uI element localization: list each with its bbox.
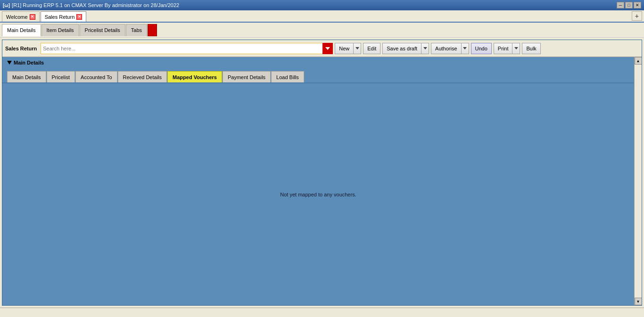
new-button[interactable]: New (335, 43, 354, 54)
save-as-draft-dropdown-button[interactable] (421, 43, 429, 54)
close-button[interactable]: ✕ (634, 2, 641, 8)
tab-sales-return-label: Sales Return (45, 14, 75, 20)
title-bar-left: [ω] [R1] Running ERP 5.1 on CMAX Server … (3, 2, 179, 8)
new-button-group: New (335, 43, 361, 54)
inner-window: Sales Return New Edit (2, 40, 642, 306)
sub-tab-mapped-vouchers[interactable]: Mapped Vouchers (167, 71, 222, 82)
restore-button[interactable]: □ (625, 2, 633, 8)
undo-button[interactable]: Undo (471, 43, 492, 54)
print-dropdown-arrow-icon (514, 47, 518, 49)
print-button-group: Print (494, 43, 520, 54)
main-content: Sales Return New Edit (0, 38, 644, 308)
new-dropdown-button[interactable] (354, 43, 361, 54)
panel-tab-tabs[interactable]: Tabs (126, 24, 147, 36)
save-draft-dropdown-arrow-icon (423, 47, 427, 49)
tab-sales-return[interactable]: Sales Return ✕ (41, 11, 87, 22)
title-bar: [ω] [R1] Running ERP 5.1 on CMAX Server … (0, 0, 644, 10)
save-as-draft-button[interactable]: Save as draft (382, 43, 421, 54)
title-bar-text: [R1] Running ERP 5.1 on CMAX Server By a… (12, 2, 179, 8)
empty-message: Not yet mapped to any vouchers. (280, 192, 356, 197)
sub-tab-load-bills[interactable]: Load Bills (271, 71, 304, 82)
authorise-button[interactable]: Authorise (431, 43, 461, 54)
section-header-label: Main Details (14, 60, 44, 65)
new-dropdown-arrow-icon (355, 47, 359, 49)
app-icon: [ω] (3, 3, 10, 8)
search-dropdown-button[interactable] (322, 43, 333, 54)
search-input[interactable] (41, 43, 333, 54)
bulk-button[interactable]: Bulk (522, 43, 540, 54)
section-header: Main Details (2, 57, 634, 68)
panel-tab-pricelist-details[interactable]: Pricelist Details (80, 24, 125, 36)
inner-window-row: Main Details Main Details Pricelist Acco… (2, 57, 642, 305)
inner-window-main: Main Details Main Details Pricelist Acco… (2, 57, 634, 305)
panel-tab-pricelist-details-label: Pricelist Details (85, 27, 120, 33)
tab-welcome-label: Welcome (6, 14, 28, 20)
tab-sales-return-close[interactable]: ✕ (76, 14, 82, 20)
title-bar-controls: ─ □ ✕ (617, 2, 641, 8)
authorise-button-group: Authorise (431, 43, 469, 54)
panel-tab-item-details[interactable]: Item Details (41, 24, 79, 36)
toolbar: Sales Return New Edit (2, 40, 642, 57)
dropdown-arrow-icon (325, 47, 330, 50)
panel-tab-main-details[interactable]: Main Details (2, 24, 41, 36)
search-container (41, 43, 333, 54)
panel-tab-red[interactable] (148, 24, 157, 36)
scroll-up-button[interactable]: ▲ (635, 57, 642, 65)
authorise-dropdown-button[interactable] (462, 43, 469, 54)
print-button[interactable]: Print (494, 43, 513, 54)
tab-welcome-close[interactable]: ✕ (30, 14, 35, 20)
tab-welcome[interactable]: Welcome ✕ (2, 11, 40, 22)
sub-tab-main-details[interactable]: Main Details (7, 71, 46, 82)
sub-tabs: Main Details Pricelist Accounted To Reci… (2, 68, 634, 83)
panel-tab-tabs-label: Tabs (131, 27, 142, 33)
toolbar-label: Sales Return (5, 46, 37, 51)
scrollbar: ▲ ▼ (634, 57, 642, 305)
sub-tab-accounted-to[interactable]: Accounted To (75, 71, 117, 82)
tab-bar: Welcome ✕ Sales Return ✕ + (0, 10, 644, 23)
scroll-down-button[interactable]: ▼ (635, 298, 642, 305)
panel-tab-main-details-label: Main Details (7, 27, 36, 33)
minimize-button[interactable]: ─ (617, 2, 624, 8)
top-panel: Main Details Item Details Pricelist Deta… (0, 23, 644, 38)
sub-tab-payment-details[interactable]: Payment Details (223, 71, 271, 82)
tab-add-button[interactable]: + (632, 11, 642, 21)
authorise-dropdown-arrow-icon (463, 47, 467, 49)
status-bar (0, 308, 644, 317)
section-collapse-icon[interactable] (7, 61, 12, 65)
sub-tab-received-details[interactable]: Recieved Details (118, 71, 167, 82)
edit-button[interactable]: Edit (363, 43, 380, 54)
print-dropdown-button[interactable] (512, 43, 520, 54)
sub-tab-pricelist[interactable]: Pricelist (47, 71, 75, 82)
tab-content: Not yet mapped to any vouchers. (2, 83, 634, 305)
save-as-draft-button-group: Save as draft (382, 43, 429, 54)
panel-tab-item-details-label: Item Details (47, 27, 74, 33)
